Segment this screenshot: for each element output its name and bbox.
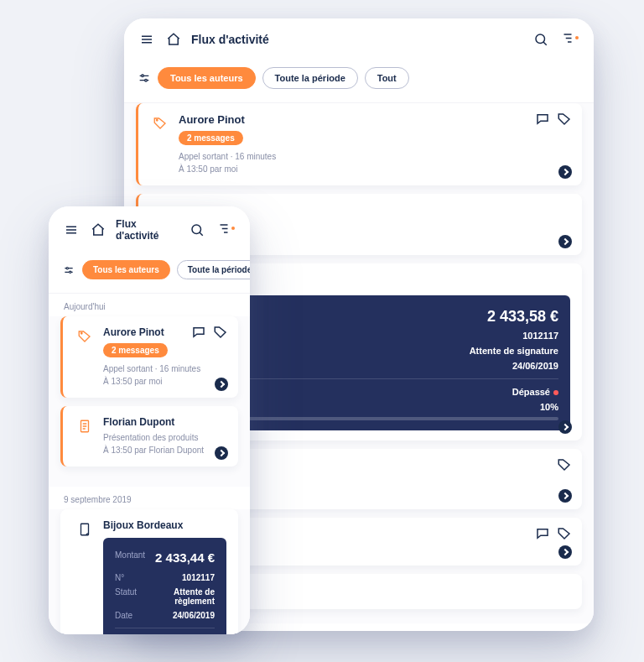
card-sub2: À 13:50 par Florian Dupont: [103, 444, 204, 456]
invoice-icon: [75, 519, 95, 540]
comment-icon[interactable]: [535, 526, 550, 541]
search-icon[interactable]: [532, 30, 550, 49]
page-title: Flux d'activité: [191, 33, 523, 46]
messages-badge: 2 messages: [103, 343, 168, 357]
card-sub1: Présentation des produits: [103, 431, 204, 444]
phone-content-2: Bijoux Bordeaux Montant2 433,44 € N°1012…: [49, 509, 250, 634]
panel-chance: 10%: [540, 402, 558, 412]
amount-k: Montant: [115, 550, 145, 565]
tag-action-icon[interactable]: [557, 526, 572, 541]
filter-period[interactable]: Toute la période: [262, 67, 358, 89]
filter-indicator-dot: [231, 227, 235, 230]
svg-point-2: [145, 79, 148, 81]
search-icon[interactable]: [188, 221, 206, 239]
filter-period[interactable]: Toute la période: [177, 260, 250, 279]
activity-card-aurore[interactable]: Aurore Pinot 2 messages Appel sortant · …: [60, 316, 238, 398]
comment-icon[interactable]: [191, 325, 206, 340]
svg-point-4: [192, 225, 201, 234]
filter-authors[interactable]: Tous les auteurs: [82, 260, 170, 279]
num-k: N°: [115, 573, 124, 582]
card-name: Florian Dupont: [103, 416, 204, 428]
home-icon[interactable]: [164, 30, 183, 49]
tag-icon: [75, 326, 95, 347]
card-sub1: Appel sortant · 16 minutes: [103, 362, 200, 375]
section-today: Aujourd'hui: [49, 294, 250, 316]
activity-card-bijoux[interactable]: Bijoux Bordeaux Montant2 433,44 € N°1012…: [60, 509, 238, 634]
svg-point-6: [70, 271, 71, 273]
filter-row: Tous les auteurs Toute la période Tou: [49, 253, 250, 294]
filter-all[interactable]: Tout: [365, 67, 409, 89]
filter-icon[interactable]: [558, 30, 577, 49]
amount-v: 2 433,44 €: [155, 550, 215, 565]
card-sub2: À 13:50 par moi: [103, 375, 200, 388]
panel-number: 1012117: [522, 331, 558, 341]
tag-action-icon[interactable]: [557, 112, 572, 127]
phone-content: Aurore Pinot 2 messages Appel sortant · …: [49, 316, 250, 487]
panel-date: 24/06/2019: [512, 361, 558, 371]
messages-badge: 2 messages: [179, 131, 243, 145]
comment-icon[interactable]: [535, 112, 550, 127]
open-arrow[interactable]: [558, 235, 572, 248]
svg-point-1: [142, 75, 144, 77]
page-title: Flux d'activité: [116, 218, 179, 242]
status-k: Statut: [115, 587, 137, 606]
quote-panel-phone: Montant2 433,44 € N°1012117 StatutAttent…: [103, 538, 226, 634]
filter-indicator-dot: [575, 36, 579, 39]
panel-status: Attente de signature: [470, 346, 558, 356]
home-icon[interactable]: [89, 221, 107, 239]
svg-point-5: [66, 267, 68, 268]
phone-frame: Flux d'activité Tous les auteurs Toute l…: [49, 206, 250, 634]
menu-icon[interactable]: [138, 30, 156, 49]
open-arrow[interactable]: [215, 378, 228, 391]
date-k: Date: [115, 611, 132, 620]
card-sub1: Appel sortant · 16 minutes: [179, 150, 276, 163]
section-sept9: 9 septembre 2019: [49, 487, 250, 509]
num-v: 1012117: [182, 573, 215, 582]
status-v: Attente de règlement: [137, 587, 215, 606]
tag-action-icon[interactable]: [213, 325, 228, 340]
svg-point-0: [536, 34, 545, 44]
card-sub2: À 13:50 par moi: [179, 163, 276, 175]
open-arrow[interactable]: [558, 420, 572, 434]
open-arrow[interactable]: [558, 489, 572, 503]
filter-authors[interactable]: Tous les auteurs: [158, 67, 256, 89]
date-v: 24/06/2019: [173, 611, 215, 620]
svg-point-3: [157, 120, 158, 122]
tag-icon: [150, 113, 170, 133]
document-icon: [75, 416, 95, 436]
svg-point-7: [81, 333, 83, 335]
filter-row: Tous les auteurs Toute la période Tout: [124, 60, 594, 103]
card-name: Aurore Pinot: [103, 326, 200, 338]
card-name: Aurore Pinot: [179, 113, 276, 126]
open-arrow[interactable]: [215, 446, 228, 460]
sliders-icon[interactable]: [138, 71, 151, 85]
menu-icon[interactable]: [62, 221, 80, 239]
panel-amount: 2 433,58 €: [487, 308, 558, 326]
filter-icon[interactable]: [215, 221, 233, 239]
activity-card-florian[interactable]: Florian Dupont Présentation des produits…: [60, 406, 238, 467]
topbar: Flux d'activité: [124, 18, 594, 60]
open-arrow[interactable]: [558, 545, 572, 559]
tag-action-icon[interactable]: [557, 457, 572, 472]
topbar: Flux d'activité: [49, 206, 250, 253]
activity-card-aurore[interactable]: Aurore Pinot 2 messages Appel sortant · …: [136, 103, 582, 185]
open-arrow[interactable]: [558, 165, 572, 179]
sliders-icon[interactable]: [62, 263, 75, 277]
panel-delay: Dépassé: [512, 387, 558, 397]
card-name: Bijoux Bordeaux: [103, 519, 226, 531]
